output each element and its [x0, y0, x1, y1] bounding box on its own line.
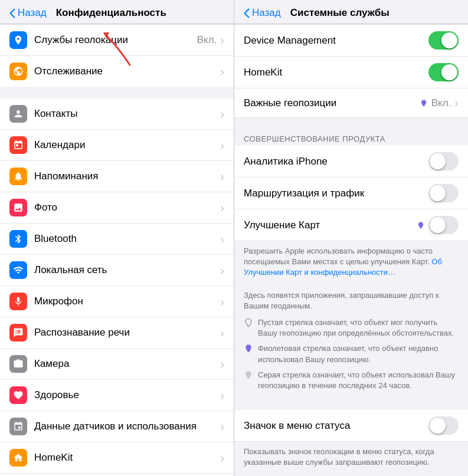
- iphone-analytics-thumb: [430, 153, 446, 169]
- calendars-label: Календари: [34, 139, 220, 151]
- homekit-icon: [9, 449, 27, 467]
- right-homekit-toggle[interactable]: [428, 63, 459, 81]
- camera-item[interactable]: Камера: [0, 349, 234, 380]
- media-item[interactable]: Медиа и Apple Music: [0, 474, 234, 476]
- right-content: Device Management HomeKit Важные геопози…: [234, 24, 468, 476]
- health-item[interactable]: Здоровье: [0, 380, 234, 411]
- reminders-icon: [9, 168, 27, 185]
- microphone-item[interactable]: Микрофон: [0, 286, 234, 317]
- left-nav-bar: Назад Конфиденциальность: [0, 0, 234, 24]
- significant-location-icon: [420, 99, 428, 107]
- location-icon: [9, 31, 27, 49]
- status-icon-row: Значок в меню статуса: [234, 410, 468, 442]
- right-nav-bar: Назад Системные службы: [234, 0, 468, 24]
- device-management-row: Device Management: [234, 25, 468, 57]
- tracking-item[interactable]: Отслеживание: [0, 56, 234, 87]
- tracking-icon: [9, 63, 27, 80]
- significant-locations-row: Важные геопозиции Вкл.: [234, 88, 468, 118]
- geodata-info-block: Здесь появятся приложения, запрашивавшие…: [234, 285, 468, 399]
- calendars-icon: [9, 136, 27, 154]
- tracking-chevron: [220, 65, 224, 78]
- improve-maps-description: Разрешить Apple использовать информацию …: [234, 241, 468, 285]
- camera-chevron: [220, 357, 224, 371]
- sensors-item[interactable]: Данные датчиков и использования: [0, 411, 234, 442]
- geodata-info-text: Здесь появятся приложения, запрашивавшие…: [244, 290, 459, 311]
- contacts-label: Контакты: [34, 108, 220, 120]
- localnet-icon: [9, 261, 27, 279]
- legend-purple-text: Фиолетовая стрелка означает, что объект …: [258, 343, 459, 365]
- health-label: Здоровье: [34, 389, 220, 401]
- calendars-item[interactable]: Календари: [0, 130, 234, 161]
- right-homekit-thumb: [441, 64, 457, 80]
- microphone-icon: [9, 293, 27, 310]
- sensors-chevron: [220, 420, 224, 434]
- bluetooth-chevron: [220, 232, 224, 246]
- reminders-item[interactable]: Напоминания: [0, 161, 234, 192]
- homekit-chevron: [220, 451, 224, 465]
- bluetooth-label: Bluetooth: [34, 233, 220, 245]
- improve-maps-row: Улучшение Карт: [234, 209, 468, 241]
- photos-label: Фото: [34, 202, 220, 214]
- left-back-button[interactable]: Назад: [9, 7, 47, 19]
- status-icon-toggle[interactable]: [428, 416, 459, 435]
- contacts-item[interactable]: Контакты: [0, 99, 234, 130]
- improve-maps-desc-text: Разрешить Apple использовать информацию …: [244, 246, 459, 278]
- left-settings-list: Службы геолокации Вкл. Отслеживание Конт…: [0, 24, 234, 476]
- status-bar-group: Значок в меню статуса: [234, 410, 468, 442]
- iphone-analytics-toggle[interactable]: [428, 152, 459, 170]
- sensors-label: Данные датчиков и использования: [34, 421, 220, 432]
- photos-icon: [9, 199, 27, 216]
- device-management-toggle[interactable]: [428, 31, 459, 50]
- routing-traffic-toggle[interactable]: [428, 184, 459, 202]
- main-items-group: Контакты Календари Напоминания: [0, 99, 234, 476]
- sensors-icon: [9, 418, 27, 435]
- improve-maps-toggle[interactable]: [428, 216, 459, 234]
- reminders-chevron: [220, 170, 224, 183]
- contacts-icon: [9, 105, 27, 123]
- significant-locations-value: Вкл.: [431, 97, 451, 109]
- device-management-thumb: [441, 32, 457, 48]
- device-management-label: Device Management: [244, 35, 428, 47]
- product-section-header: СОВЕРШЕНСТВОВАНИЕ ПРОДУКТА: [234, 130, 468, 146]
- group-separator-r2: [234, 398, 468, 410]
- localnet-label: Локальная сеть: [34, 264, 220, 276]
- bluetooth-icon: [9, 230, 27, 248]
- status-bar-desc-text: Показывать значок геолокации в меню стат…: [244, 447, 459, 468]
- left-nav-title: Конфиденциальность: [56, 7, 166, 19]
- legend-gray-item: Серая стрелка означает, что объект испол…: [244, 370, 459, 391]
- bluetooth-item[interactable]: Bluetooth: [0, 224, 234, 255]
- status-icon-thumb: [430, 418, 446, 434]
- right-homekit-row: HomeKit: [234, 57, 468, 88]
- homekit-label: HomeKit: [34, 452, 220, 464]
- purple-arrow-icon: [244, 344, 253, 353]
- product-group: Аналитика iPhone Маршрутизация и трафик …: [234, 146, 468, 241]
- localnet-item[interactable]: Локальная сеть: [0, 255, 234, 286]
- photos-chevron: [220, 201, 224, 215]
- group-separator-1: [0, 87, 234, 99]
- speech-item[interactable]: Распознавание речи: [0, 317, 234, 349]
- gray-arrow-icon: [244, 370, 253, 380]
- location-services-item[interactable]: Службы геолокации Вкл.: [0, 25, 234, 56]
- location-services-value: Вкл.: [197, 34, 217, 46]
- photos-item[interactable]: Фото: [0, 192, 234, 224]
- location-chevron: [220, 34, 224, 47]
- speech-label: Распознавание речи: [34, 327, 220, 339]
- right-back-button[interactable]: Назад: [244, 7, 281, 19]
- microphone-label: Микрофон: [34, 296, 220, 307]
- legend-hollow-text: Пустая стрелка означает, что объект мог …: [258, 317, 459, 339]
- significant-locations-chevron: [454, 96, 459, 110]
- status-bar-description-block: Показывать значок геолокации в меню стат…: [234, 442, 468, 475]
- improve-maps-thumb: [430, 217, 446, 233]
- homekit-item[interactable]: HomeKit: [0, 442, 234, 474]
- microphone-chevron: [220, 295, 224, 308]
- hollow-arrow-icon: [244, 318, 253, 327]
- right-homekit-label: HomeKit: [244, 67, 428, 78]
- group-separator-r1: [234, 118, 468, 130]
- top-group: Службы геолокации Вкл. Отслеживание: [0, 24, 234, 87]
- calendars-chevron: [220, 139, 224, 152]
- health-icon: [9, 386, 27, 404]
- speech-chevron: [220, 326, 224, 340]
- significant-locations-label: Важные геопозиции: [244, 97, 420, 109]
- right-nav-title: Системные службы: [290, 7, 390, 19]
- status-icon-label: Значок в меню статуса: [244, 420, 428, 432]
